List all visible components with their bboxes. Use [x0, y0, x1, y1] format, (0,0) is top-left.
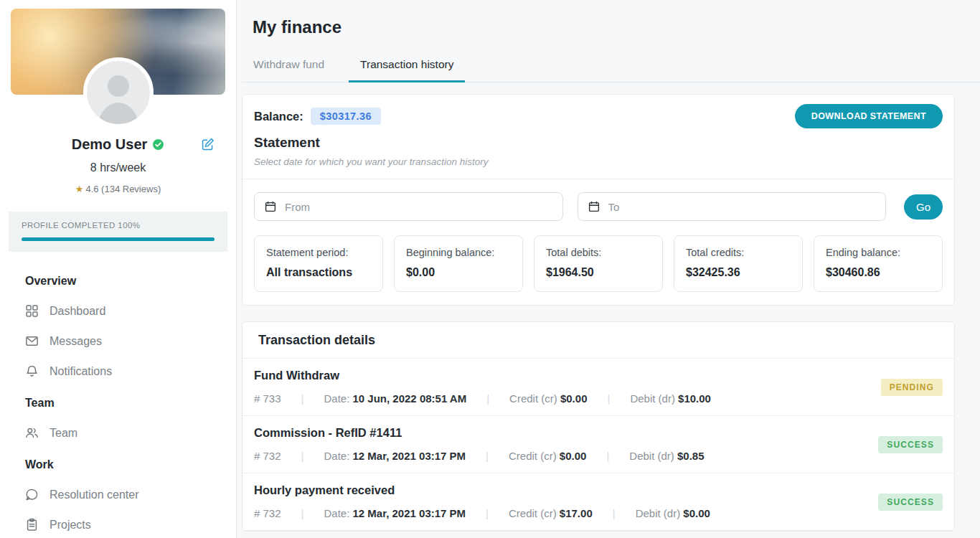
- balance-value: $30317.36: [311, 108, 381, 125]
- rating-text: 4.6 (134 Reviews): [85, 184, 161, 194]
- sidebar-item-resolution-center[interactable]: Resolution center: [25, 488, 211, 501]
- table-row: Commission - RefID #1411 # 732 | Date: 1…: [242, 416, 954, 473]
- rating: ★4.6 (134 Reviews): [0, 184, 236, 194]
- transaction-details-title: Transaction details: [242, 322, 954, 359]
- date-to-input[interactable]: [608, 201, 876, 213]
- table-row: Hourly payment received # 732 | Date: 12…: [242, 473, 954, 531]
- balance-row: Balance: $30317.36 DOWNLOAD STATEMENT: [254, 104, 943, 128]
- sidebar-item-projects[interactable]: Projects: [25, 518, 211, 532]
- transaction-debit: $10.00: [678, 392, 711, 405]
- sidebar-item-notifications[interactable]: Notifications: [25, 364, 211, 378]
- transaction-meta: # 733 | Date: 10 Jun, 2022 08:51 AM | Cr…: [254, 392, 881, 405]
- nav-header-team: Team: [25, 397, 211, 410]
- summary-card-total-debits: Total debits: $1964.50: [534, 235, 663, 292]
- transaction-meta: # 732 | Date: 12 Mar, 2021 03:17 PM | Cr…: [254, 450, 878, 462]
- main-content: My finance Withdraw fund Transaction his…: [237, 0, 980, 538]
- sidebar-item-label: Team: [50, 427, 77, 440]
- transaction-date: 12 Mar, 2021 03:17 PM: [352, 507, 466, 519]
- transaction-title: Commission - RefID #1411: [254, 426, 878, 440]
- date-filter-row: Go: [242, 179, 954, 234]
- transaction-id: # 732: [254, 507, 281, 519]
- transaction-id: # 733: [254, 392, 281, 405]
- transaction-debit: $0.00: [683, 507, 710, 519]
- date-from-input[interactable]: [285, 201, 552, 213]
- summary-card-total-credits: Total credits: $32425.36: [674, 235, 803, 292]
- transaction-date: 12 Mar, 2021 03:17 PM: [352, 450, 466, 462]
- summary-card-ending-balance: Ending balance: $30460.86: [814, 235, 943, 292]
- app: Demo User 8 hrs/week ★4.6 (134 Reviews) …: [0, 0, 980, 538]
- bell-icon: [25, 364, 39, 378]
- transaction-meta: # 732 | Date: 12 Mar, 2021 03:17 PM | Cr…: [254, 507, 878, 519]
- page-title: My finance: [253, 17, 955, 37]
- profile-name-row: Demo User: [0, 136, 236, 153]
- edit-profile-button[interactable]: [202, 138, 215, 151]
- tab-withdraw-fund[interactable]: Withdraw fund: [242, 58, 336, 82]
- star-icon: ★: [75, 184, 84, 194]
- statement-summary-row: Statement period: All transactions Begin…: [242, 234, 954, 305]
- sidebar-nav: Overview Dashboard Messages: [0, 252, 236, 532]
- table-row: Fund Withdraw # 733 | Date: 10 Jun, 2022…: [242, 359, 954, 416]
- edit-pencil-icon: [202, 138, 215, 151]
- sidebar-item-dashboard[interactable]: Dashboard: [25, 304, 211, 318]
- transaction-id: # 732: [254, 450, 281, 462]
- balance-label: Balance:: [254, 110, 303, 123]
- status-badge: SUCCESS: [878, 494, 943, 511]
- sidebar-item-label: Projects: [50, 519, 91, 532]
- status-badge: SUCCESS: [878, 436, 943, 453]
- chat-icon: [25, 488, 39, 501]
- transaction-credit: $0.00: [560, 392, 588, 405]
- sidebar: Demo User 8 hrs/week ★4.6 (134 Reviews) …: [0, 0, 237, 538]
- nav-header-overview: Overview: [25, 275, 211, 288]
- sidebar-item-label: Messages: [50, 335, 102, 348]
- sidebar-item-label: Notifications: [50, 365, 112, 378]
- transaction-title: Fund Withdraw: [254, 369, 881, 382]
- profile-progress-bar: [22, 237, 215, 241]
- summary-card-period: Statement period: All transactions: [254, 235, 383, 292]
- statement-card: Balance: $30317.36 DOWNLOAD STATEMENT St…: [242, 94, 955, 306]
- sidebar-item-messages[interactable]: Messages: [25, 334, 211, 348]
- clipboard-icon: [25, 518, 39, 532]
- calendar-icon: [265, 201, 276, 212]
- transaction-credit: $0.00: [560, 450, 587, 462]
- profile-progress-label: PROFILE COMPLETED 100%: [22, 221, 215, 230]
- statement-subtitle: Select date for which you want your tran…: [254, 156, 943, 170]
- people-icon: [25, 426, 39, 440]
- transaction-debit: $0.85: [677, 450, 705, 462]
- calendar-icon: [588, 201, 600, 212]
- profile-progress-band: PROFILE COMPLETED 100%: [9, 212, 227, 252]
- summary-card-beginning-balance: Beginning balance: $0.00: [394, 235, 523, 292]
- transaction-credit: $17.00: [560, 507, 593, 519]
- dashboard-icon: [25, 304, 39, 318]
- statement-title: Statement: [254, 135, 943, 151]
- date-to-field[interactable]: [578, 192, 887, 221]
- nav-header-work: Work: [25, 458, 211, 471]
- transaction-date: 10 Jun, 2022 08:51 AM: [352, 392, 466, 405]
- avatar-placeholder-icon: [108, 75, 129, 97]
- go-button[interactable]: Go: [904, 194, 943, 220]
- envelope-icon: [25, 334, 39, 348]
- date-from-field[interactable]: [254, 192, 563, 221]
- avatar: [83, 57, 154, 128]
- transaction-details-card: Transaction details Fund Withdraw # 733 …: [242, 321, 955, 532]
- sidebar-item-team[interactable]: Team: [25, 426, 211, 440]
- hours-per-week: 8 hrs/week: [0, 161, 236, 174]
- status-badge: PENDING: [881, 379, 943, 396]
- verified-badge-icon: [152, 138, 164, 151]
- tab-transaction-history[interactable]: Transaction history: [349, 58, 465, 82]
- transaction-title: Hourly payment received: [254, 483, 878, 497]
- sidebar-item-label: Dashboard: [50, 305, 105, 318]
- tabs: Withdraw fund Transaction history: [242, 58, 980, 82]
- user-name: Demo User: [72, 136, 148, 153]
- sidebar-item-label: Resolution center: [50, 489, 139, 501]
- download-statement-button[interactable]: DOWNLOAD STATEMENT: [795, 104, 943, 128]
